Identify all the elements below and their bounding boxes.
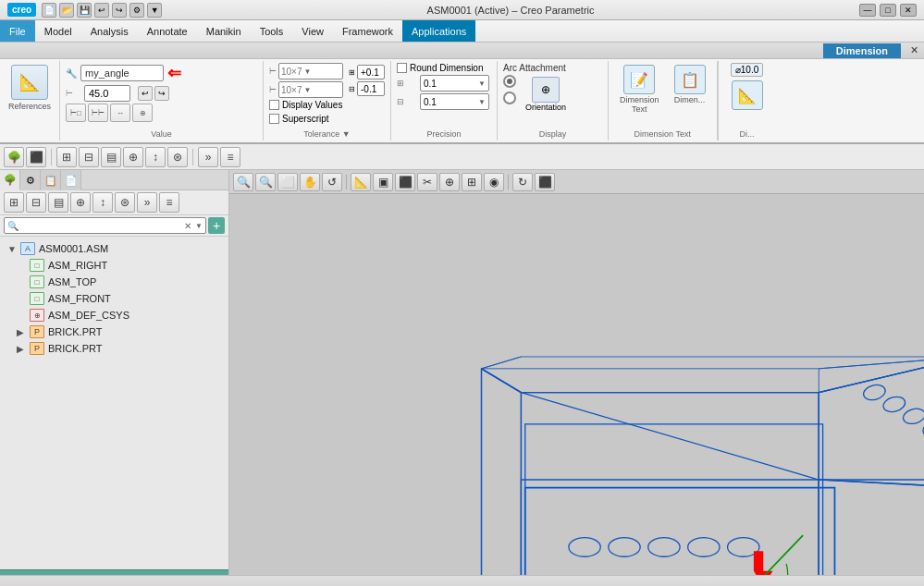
add-item-button[interactable]: + [208,217,225,234]
lp-btn2[interactable]: ⊟ [26,192,46,213]
close-button[interactable]: ✕ [900,4,917,17]
tb-display7[interactable]: ⊛ [167,147,188,167]
vp-zoom-in[interactable]: 🔍 [233,173,253,191]
dim-format-btn2[interactable]: ⊢⊢ [88,104,108,122]
tb-display8[interactable]: » [198,147,218,167]
menu-tools[interactable]: Tools [251,20,293,42]
lp-btn3[interactable]: ▤ [48,192,68,213]
menu-applications[interactable]: Applications [402,20,475,42]
menu-model[interactable]: Model [35,20,81,42]
second-toolbar: 🌳 ⬛ ⊞ ⊟ ▤ ⊕ ↕ ⊛ » ≡ [0,144,924,170]
options-icon[interactable]: ⚙ [129,3,144,18]
tb-display2[interactable]: ⊞ [56,147,77,167]
minimize-button[interactable]: — [859,4,876,17]
vp-wireframe[interactable]: ⬛ [395,173,415,191]
tree-item-asm-right[interactable]: □ ASM_RIGHT [0,257,228,274]
menu-file[interactable]: File [0,20,35,42]
vp-zoom-out[interactable]: 🔍 [255,173,276,191]
round-dim-checkbox[interactable] [397,63,407,73]
dim-format-btn4[interactable]: ⊕ [132,104,153,122]
tree-item-asm-csys[interactable]: ⊕ ASM_DEF_CSYS [0,307,228,324]
superscript-checkbox[interactable] [269,114,279,124]
vp-spin[interactable]: ↻ [512,173,533,191]
left-tab-tree[interactable]: 🌳 [0,170,20,190]
search-dropdown-icon[interactable]: ▼ [195,222,203,230]
tree-item-asm-front[interactable]: □ ASM_FRONT [0,290,228,307]
tab-placeholder1[interactable] [0,54,24,58]
ribbon-group-dimtext-label: Dimension Text [614,128,711,139]
clear-search-button[interactable]: ✕ [184,221,191,231]
references-button[interactable]: 📐 [11,65,48,100]
vp-rotate[interactable]: ↺ [322,173,342,191]
vp-sep1 [346,175,347,189]
open-icon[interactable]: 📂 [59,3,74,18]
tol-select2[interactable]: 10×7▼ [278,81,343,98]
prec-select2[interactable]: 0.1▼ [420,93,489,110]
vp-fit[interactable]: ⬜ [277,173,298,191]
menu-annotate[interactable]: Annotate [138,20,197,42]
tree-arrow-asm0001: ▼ [7,244,17,254]
dim-format-btn1[interactable]: ⊢□ [66,104,86,122]
search-input[interactable] [20,221,182,231]
dim-redo-icon[interactable]: ↪ [154,86,169,101]
lp-btn6[interactable]: ⊛ [115,192,135,213]
menu-framework[interactable]: Framework [333,20,402,42]
tree-item-brick1[interactable]: ▶ P BRICK.PRT [0,324,228,340]
tol-plus-input[interactable]: +0.1 [357,65,385,79]
dim-value-input[interactable]: 45.0 [84,85,130,102]
vp-saved-views[interactable]: 📐 [351,173,371,191]
tab-close-icon[interactable]: ✕ [905,43,924,58]
vp-shading[interactable]: ▣ [373,173,393,191]
menu-analysis[interactable]: Analysis [81,20,138,42]
arc-radio1[interactable] [503,75,516,88]
left-tab-model[interactable]: 📄 [61,170,81,190]
tree-item-brick2[interactable]: ▶ P BRICK.PRT [0,340,228,357]
left-tab-layers[interactable]: 📋 [41,170,61,190]
ribbon-active-tab[interactable]: Dimension [823,43,901,58]
prec-select1[interactable]: 0.1▼ [420,75,489,92]
dim-undo-icon[interactable]: ↩ [138,86,153,101]
left-tab-settings[interactable]: ⚙ [20,170,41,190]
tb-display5[interactable]: ⊕ [123,147,143,167]
vp-axis[interactable]: ⊞ [462,173,482,191]
vp-section[interactable]: ✂ [417,173,437,191]
tb-display3[interactable]: ⊟ [79,147,99,167]
dim-format-btn3[interactable]: ↔ [110,104,130,122]
display-values-checkbox[interactable] [269,100,279,110]
tree-item-asm-top[interactable]: □ ASM_TOP [0,274,228,290]
lp-btn1[interactable]: ⊞ [4,192,24,213]
save-icon[interactable]: 💾 [77,3,92,18]
extra-icon[interactable]: ▼ [147,3,162,18]
dim-name-input[interactable]: my_angle [80,65,164,81]
tb-model-tree[interactable]: 🌳 [4,147,24,167]
menu-view[interactable]: View [292,20,333,42]
lp-btn4[interactable]: ⊕ [70,192,91,213]
lp-btn8[interactable]: ≡ [159,192,179,213]
lp-btn7[interactable]: » [137,192,157,213]
undo-icon[interactable]: ↩ [94,3,109,18]
tb-display9[interactable]: ≡ [220,147,240,167]
vp-extra1[interactable]: ⬛ [535,173,555,191]
maximize-button[interactable]: □ [880,4,896,17]
menu-manikin[interactable]: Manikin [197,20,251,42]
viewport[interactable]: 🔍 🔍 ⬜ ✋ ↺ 📐 ▣ ⬛ ✂ ⊕ ⊞ ◉ ↻ ⬛ [229,170,924,575]
tb-display6[interactable]: ↕ [145,147,166,167]
dimension-text-icon: 📝 [623,65,655,94]
redo-icon[interactable]: ↪ [112,3,127,18]
tree-item-asm0001[interactable]: ▼ A ASM0001.ASM [0,240,228,257]
tb-display4[interactable]: ▤ [101,147,121,167]
dim-size-icon: 📐 [732,80,763,110]
vp-pts[interactable]: ◉ [484,173,504,191]
orientation-button[interactable]: ⊕ Orientation [522,75,570,114]
new-icon[interactable]: 📄 [42,3,56,18]
vp-pan[interactable]: ✋ [300,173,320,191]
dimension-format-button[interactable]: 📋 Dimen... [669,63,711,116]
vp-datum[interactable]: ⊕ [439,173,460,191]
tol-minus-input[interactable]: -0.1 [357,81,385,96]
tol-select1[interactable]: 10×7▼ [278,63,343,79]
arc-radio2[interactable] [503,92,516,104]
dimension-text-button[interactable]: 📝 DimensionText [614,63,665,116]
lp-btn5[interactable]: ↕ [92,192,113,213]
dim-size-button[interactable]: 📐 [726,79,769,112]
tb-display1[interactable]: ⬛ [26,147,46,167]
